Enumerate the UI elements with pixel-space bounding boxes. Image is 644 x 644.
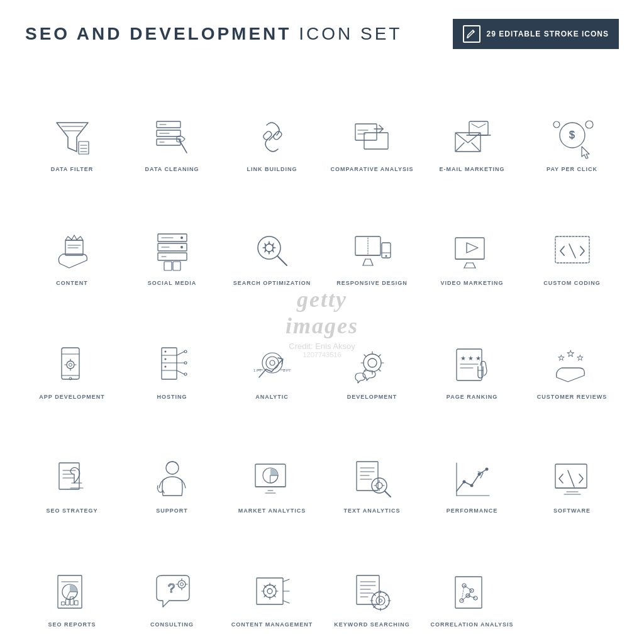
svg-line-47: [277, 256, 287, 265]
list-item: SEO REPORTS: [25, 524, 119, 631]
svg-point-90: [184, 373, 187, 375]
svg-point-57: [385, 255, 387, 257]
text-analytics-icon: [347, 453, 397, 504]
social-media-icon: [147, 226, 197, 276]
svg-line-25: [455, 143, 464, 152]
header: SEO AND DEVELOPMENT ICON SET 29 EDITABLE…: [25, 19, 619, 49]
svg-line-107: [379, 355, 380, 357]
svg-point-141: [462, 480, 465, 484]
icon-label: DATA CLEANING: [145, 166, 199, 174]
list-item: COMPARATIVE ANALYSIS: [325, 68, 419, 175]
list-item: MARKET ANALYTICS: [225, 410, 319, 518]
icon-label: LINK BUILDING: [247, 166, 297, 174]
list-item: HOSTING: [125, 296, 219, 403]
consulting-icon: ?: [147, 567, 197, 618]
list-item: SOFTWARE: [525, 410, 619, 518]
svg-line-203: [464, 586, 472, 591]
icon-label: KEYWORD SEARCHING: [334, 621, 410, 629]
list-item: CONTENT MANAGEMENT: [225, 524, 319, 631]
svg-rect-116: [59, 463, 79, 489]
list-item: SUPPORT: [125, 410, 219, 518]
icon-label: PAY PER CLICK: [547, 166, 597, 174]
title-light: ICON SET: [299, 24, 402, 43]
market-analytics-icon: [247, 453, 297, 504]
svg-text:?: ?: [168, 581, 175, 595]
svg-point-72: [67, 361, 74, 369]
svg-rect-16: [272, 130, 282, 140]
pay-per-click-icon: $: [547, 112, 597, 162]
responsive-design-icon: [347, 226, 397, 276]
svg-rect-59: [455, 238, 484, 259]
icon-label: CONTENT MANAGEMENT: [231, 621, 313, 629]
svg-line-20: [379, 125, 383, 129]
svg-rect-45: [173, 262, 180, 270]
svg-point-99: [368, 358, 377, 367]
svg-rect-197: [455, 577, 482, 608]
svg-point-82: [164, 350, 166, 352]
svg-line-63: [464, 263, 467, 268]
icon-label: COMPARATIVE ANALYSIS: [330, 166, 413, 174]
list-item: CORRELATION ANALYSIS: [425, 524, 519, 631]
list-item: RESPONSIVE DESIGN: [325, 182, 419, 289]
list-item: CONTENT: [25, 182, 119, 289]
list-item: 1 PT 2 PT ANALYTIC: [225, 296, 319, 403]
svg-marker-0: [57, 123, 88, 152]
svg-text:1 PT: 1 PT: [253, 369, 262, 372]
svg-line-151: [568, 470, 574, 487]
icon-label: VIDEO MARKETING: [440, 280, 503, 287]
svg-line-53: [363, 259, 365, 265]
badge: 29 EDITABLE STROKE ICONS: [453, 19, 619, 49]
list-item: CUSTOM CODING: [525, 182, 619, 289]
page: SEO AND DEVELOPMENT ICON SET 29 EDITABLE…: [0, 0, 644, 644]
svg-line-123: [163, 491, 164, 493]
icon-label: SOCIAL MEDIA: [148, 280, 196, 287]
svg-line-135: [385, 491, 391, 497]
svg-point-92: [266, 357, 279, 369]
icon-label: CONTENT: [56, 280, 88, 287]
svg-rect-44: [164, 262, 172, 270]
svg-line-67: [569, 244, 575, 258]
list-item: ★ ★ ★ CUSTOMER REVIEWS: [525, 296, 619, 403]
email-marketing-icon: [447, 112, 497, 162]
icon-label: SUPPORT: [156, 508, 188, 515]
svg-point-84: [164, 365, 166, 367]
seo-strategy-icon: [47, 453, 97, 504]
svg-point-161: [180, 583, 183, 586]
svg-point-144: [485, 468, 488, 471]
icon-label: E-MAIL MARKETING: [440, 166, 505, 174]
list-item: SEARCH OPTIMIZATION: [225, 182, 319, 289]
list-item: DEVELOPMENT: [325, 296, 419, 403]
svg-line-177: [283, 579, 289, 582]
list-item: LINK BUILDING: [225, 68, 319, 175]
svg-rect-157: [70, 597, 74, 605]
title-bold: SEO AND DEVELOPMENT: [25, 24, 291, 43]
icon-label: CUSTOMER REVIEWS: [537, 394, 607, 401]
svg-line-194: [386, 606, 387, 607]
svg-line-64: [473, 263, 475, 268]
svg-point-83: [164, 358, 166, 360]
list-item: TEXT ANALYTICS: [325, 410, 419, 518]
svg-text:★: ★: [577, 353, 584, 362]
svg-line-54: [370, 259, 373, 265]
icon-label: CUSTOM CODING: [543, 280, 600, 287]
icon-label: SEO STRATEGY: [47, 508, 98, 515]
svg-rect-147: [555, 464, 587, 488]
svg-line-26: [472, 143, 480, 152]
icon-label: CONSULTING: [150, 621, 194, 629]
svg-line-87: [177, 370, 184, 374]
icon-label: SOFTWARE: [553, 508, 591, 515]
pen-icon: [463, 25, 480, 43]
svg-rect-17: [355, 124, 377, 140]
video-marketing-icon: [447, 226, 497, 276]
svg-rect-3: [79, 142, 89, 154]
badge-text: 29 EDITABLE STROKE ICONS: [487, 30, 609, 38]
comparative-analysis-icon: [347, 112, 397, 162]
support-icon: [147, 453, 197, 504]
icon-label: HOSTING: [157, 394, 187, 401]
analytic-icon: 1 PT 2 PT: [247, 340, 297, 390]
software-icon: [547, 453, 597, 504]
svg-line-21: [379, 129, 383, 133]
performance-icon: [447, 453, 497, 504]
svg-text:★ ★ ★: ★ ★ ★: [460, 355, 481, 362]
page-ranking-icon: ★ ★ ★: [447, 340, 497, 390]
